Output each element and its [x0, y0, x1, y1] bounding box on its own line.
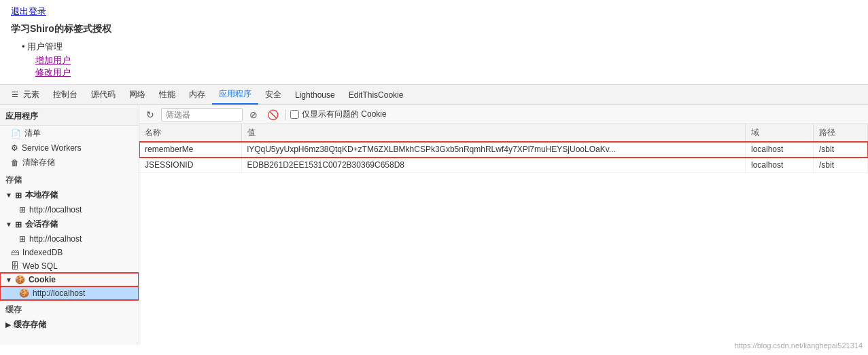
cookie-cell-path: /sbit: [814, 157, 868, 173]
tab-application-label: 应用程序: [219, 88, 251, 100]
cookie-icon: 🍪: [15, 275, 25, 284]
table-row[interactable]: rememberMelYQqU5yyUxpH6mz38QtqKD+zTM6ZXL…: [139, 142, 868, 157]
cookie-table-header-row: 名称 值 域 路径: [139, 124, 868, 142]
col-header-path: 路径: [814, 124, 868, 142]
elements-icon: ☰: [10, 90, 20, 100]
application-section-header: 应用程序: [0, 108, 139, 126]
webpage-nav: 用户管理 增加用户 修改用户: [22, 41, 857, 79]
storage-section-header: 存储: [0, 170, 139, 187]
user-management-label: 用户管理: [22, 41, 857, 53]
tab-performance-label: 性能: [159, 89, 175, 100]
devtools-main: 应用程序 📄 清单 ⚙ Service Workers 🗑 清除存储 存储 ⊞ …: [0, 105, 868, 345]
session-storage-triangle: [5, 221, 12, 228]
sidebar-item-service-workers[interactable]: ⚙ Service Workers: [0, 141, 139, 155]
manifest-icon: 📄: [11, 129, 21, 138]
block-button[interactable]: 🚫: [264, 108, 281, 122]
cookie-cell-path: /sbit: [814, 142, 868, 157]
tab-memory-label: 内存: [189, 89, 205, 100]
toolbar-divider: [285, 109, 286, 120]
tab-console-label: 控制台: [53, 89, 77, 100]
show-issues-checkbox[interactable]: [290, 110, 299, 119]
sidebar-item-clear-storage[interactable]: 🗑 清除存储: [0, 155, 139, 170]
service-workers-label: Service Workers: [22, 143, 82, 153]
clear-storage-icon: 🗑: [11, 158, 19, 168]
cookie-label: Cookie: [29, 275, 56, 284]
indexeddb-icon: 🗃: [11, 248, 19, 257]
local-storage-localhost-icon: ⊞: [19, 205, 26, 214]
refresh-button[interactable]: ↻: [143, 108, 157, 122]
clear-button[interactable]: ⊘: [247, 108, 260, 122]
cookie-cell-value: lYQqU5yyUxpH6mz38QtqKD+zTM6ZXLBMkhCSPk3G…: [241, 142, 746, 157]
main-content: ↻ ⊘ 🚫 仅显示有问题的 Cookie 名称 值 域 路径: [139, 105, 868, 345]
session-storage-localhost-label: http://localhost: [29, 234, 82, 244]
cookie-cell-name: JSESSIONID: [139, 157, 241, 173]
sidebar-item-manifest[interactable]: 📄 清单: [0, 126, 139, 141]
cache-storage-label: 缓存存储: [14, 319, 46, 331]
col-header-name: 名称: [139, 124, 241, 142]
local-storage-icon: ⊞: [15, 191, 22, 200]
session-storage-localhost-icon: ⊞: [19, 234, 26, 244]
add-user-link[interactable]: 增加用户: [35, 54, 857, 67]
clear-storage-label: 清除存储: [22, 157, 55, 168]
local-storage-group[interactable]: ⊞ 本地存储: [0, 187, 139, 203]
filter-input[interactable]: [161, 108, 243, 122]
local-storage-label: 本地存储: [25, 189, 58, 201]
tab-sources[interactable]: 源代码: [84, 85, 122, 105]
cookie-cell-value: EDBB261D2EE1531C0072B30369C658D8: [241, 157, 746, 173]
tab-editthiscookie[interactable]: EditThisCookie: [342, 85, 411, 105]
tab-network-label: 网络: [129, 89, 145, 100]
tab-console[interactable]: 控制台: [46, 85, 84, 105]
logout-link[interactable]: 退出登录: [11, 5, 857, 18]
sidebar-item-session-storage-localhost[interactable]: ⊞ http://localhost: [0, 232, 139, 246]
cache-storage-triangle: [5, 321, 11, 329]
tab-performance[interactable]: 性能: [152, 85, 182, 105]
sidebar-item-cookie-localhost[interactable]: 🍪 http://localhost: [0, 286, 139, 300]
table-row[interactable]: JSESSIONIDEDBB261D2EE1531C0072B30369C658…: [139, 157, 868, 173]
tab-memory[interactable]: 内存: [182, 85, 212, 105]
watermark: https://blog.csdn.net/lianghepai521314: [735, 341, 863, 345]
tab-elements[interactable]: ☰ 元素: [3, 85, 46, 105]
tab-security[interactable]: 安全: [258, 85, 288, 105]
page-title: 学习Shiro的标签式授权: [11, 23, 857, 35]
cache-section-header: 缓存: [0, 300, 139, 317]
websql-icon: 🗄: [11, 261, 19, 271]
col-header-domain: 域: [746, 124, 814, 142]
manifest-label: 清单: [24, 128, 41, 139]
webpage-area: 退出登录 学习Shiro的标签式授权 用户管理 增加用户 修改用户: [0, 0, 868, 85]
sidebar: 应用程序 📄 清单 ⚙ Service Workers 🗑 清除存储 存储 ⊞ …: [0, 105, 139, 345]
tab-security-label: 安全: [265, 89, 281, 100]
cookie-toolbar: ↻ ⊘ 🚫 仅显示有问题的 Cookie: [139, 105, 868, 124]
tab-sources-label: 源代码: [91, 89, 116, 100]
session-storage-group[interactable]: ⊞ 会话存储: [0, 217, 139, 232]
edit-user-link[interactable]: 修改用户: [35, 67, 857, 79]
local-storage-localhost-label: http://localhost: [29, 205, 82, 214]
cookie-table: 名称 值 域 路径 rememberMelYQqU5yyUxpH6mz38Qtq…: [139, 124, 868, 173]
tab-lighthouse-label: Lighthouse: [295, 90, 335, 100]
cookie-group[interactable]: 🍪 Cookie: [0, 273, 139, 286]
sidebar-item-websql[interactable]: 🗄 Web SQL: [0, 259, 139, 273]
sidebar-item-indexeddb[interactable]: 🗃 IndexedDB: [0, 246, 139, 259]
indexeddb-label: IndexedDB: [22, 248, 63, 257]
cookie-table-wrapper: 名称 值 域 路径 rememberMelYQqU5yyUxpH6mz38Qtq…: [139, 124, 868, 345]
tab-editthiscookie-label: EditThisCookie: [349, 90, 404, 100]
service-workers-icon: ⚙: [11, 143, 18, 153]
cookie-localhost-icon: 🍪: [19, 288, 29, 298]
websql-label: Web SQL: [22, 261, 58, 271]
session-storage-label: 会话存储: [25, 219, 58, 230]
devtools-tab-bar: ☰ 元素 控制台 源代码 网络 性能 内存 应用程序 安全 Lighthouse…: [0, 85, 868, 105]
tab-lighthouse[interactable]: Lighthouse: [288, 85, 342, 105]
col-header-value: 值: [241, 124, 746, 142]
show-issues-label[interactable]: 仅显示有问题的 Cookie: [290, 109, 387, 120]
cookie-cell-domain: localhost: [746, 157, 814, 173]
cookie-localhost-label: http://localhost: [33, 288, 85, 298]
tab-network[interactable]: 网络: [122, 85, 152, 105]
cookie-cell-name: rememberMe: [139, 142, 241, 157]
tab-application[interactable]: 应用程序: [212, 85, 258, 105]
cookie-cell-domain: localhost: [746, 142, 814, 157]
cache-storage-group[interactable]: 缓存存储: [0, 317, 139, 333]
cookie-triangle: [5, 276, 12, 284]
sidebar-item-local-storage-localhost[interactable]: ⊞ http://localhost: [0, 203, 139, 217]
session-storage-icon: ⊞: [15, 220, 22, 229]
tab-elements-label: 元素: [23, 89, 39, 100]
local-storage-triangle: [5, 191, 12, 199]
